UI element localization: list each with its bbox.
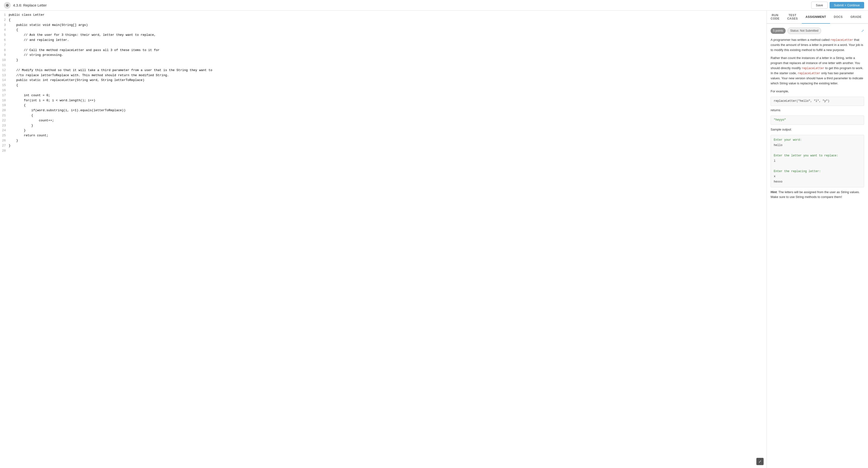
tab-assignment[interactable]: ASSIGNMENT <box>802 11 830 23</box>
assignment-content: 5 points Status: Not Submitted ⤢ A progr… <box>767 24 868 468</box>
topbar-left: ⚙ 4.3.6: Replace Letter <box>4 2 46 9</box>
description-para-2: Rather than count the instances of a let… <box>771 56 864 86</box>
description-para-1: A programmer has written a method called… <box>771 37 864 53</box>
example-call: replaceLetter("hello", "l", "y") <box>771 97 864 106</box>
submit-continue-button[interactable]: Submit + Continue <box>830 2 864 8</box>
tab-docs[interactable]: DOCS <box>830 11 847 23</box>
sample-output-block: Enter your word: hello Enter the letter … <box>771 135 864 187</box>
returns-label: returns <box>771 108 864 113</box>
expand-icon[interactable]: ⤢ <box>861 28 864 33</box>
sample-line-2: hello <box>774 143 861 148</box>
method-ref-2b: replaceLetter <box>798 72 820 75</box>
sample-line-7: hexxo <box>774 179 861 185</box>
tab-run-code[interactable]: RUN CODE <box>767 11 783 23</box>
for-example-label: For example, <box>771 89 864 94</box>
example-return: "heyyo" <box>771 116 864 124</box>
tab-test-cases[interactable]: TEST CASES <box>783 11 802 23</box>
hint-text: Hint: The letters will be assigned from … <box>771 190 864 200</box>
code-editor: 1234567891011121314151617181920212223242… <box>0 11 767 155</box>
sample-line-blank-2 <box>774 164 861 169</box>
sample-line-5: Enter the replacing letter: <box>774 169 861 174</box>
line-numbers: 1234567891011121314151617181920212223242… <box>0 12 9 153</box>
method-ref-1: replaceLetter <box>831 38 853 42</box>
sample-output-label: Sample output: <box>771 127 864 132</box>
method-ref-2a: replaceLetter <box>802 67 825 70</box>
expand-editor-button[interactable]: ⤢ <box>756 458 764 465</box>
sample-line-6: x <box>774 174 861 179</box>
tab-grade[interactable]: GRADE <box>846 11 865 23</box>
topbar: ⚙ 4.3.6: Replace Letter Save Submit + Co… <box>0 0 868 11</box>
right-panel: RUN CODE TEST CASES ASSIGNMENT DOCS GRAD… <box>767 11 868 468</box>
gear-button[interactable]: ⚙ <box>4 2 11 9</box>
status-badge: Status: Not Submitted <box>787 28 821 34</box>
sample-line-1: Enter your word: <box>774 138 861 143</box>
topbar-right: Save Submit + Continue <box>811 2 864 9</box>
code-content[interactable]: public class Letter{ public static void … <box>9 12 767 153</box>
badges-row: 5 points Status: Not Submitted ⤢ <box>771 28 864 34</box>
tab-more[interactable]: MORE <box>865 11 868 23</box>
page-title: 4.3.6: Replace Letter <box>13 3 46 7</box>
assignment-text: A programmer has written a method called… <box>771 37 864 200</box>
sample-line-3: Enter the letter you want to replace: <box>774 153 861 158</box>
tabs: RUN CODE TEST CASES ASSIGNMENT DOCS GRAD… <box>767 11 868 24</box>
sample-line-4: l <box>774 158 861 164</box>
editor-area[interactable]: 1234567891011121314151617181920212223242… <box>0 11 767 468</box>
save-button[interactable]: Save <box>811 2 828 9</box>
hint-label: Hint <box>771 190 777 194</box>
sample-line-blank-1 <box>774 148 861 153</box>
main-layout: 1234567891011121314151617181920212223242… <box>0 11 868 468</box>
points-badge: 5 points <box>771 28 785 34</box>
